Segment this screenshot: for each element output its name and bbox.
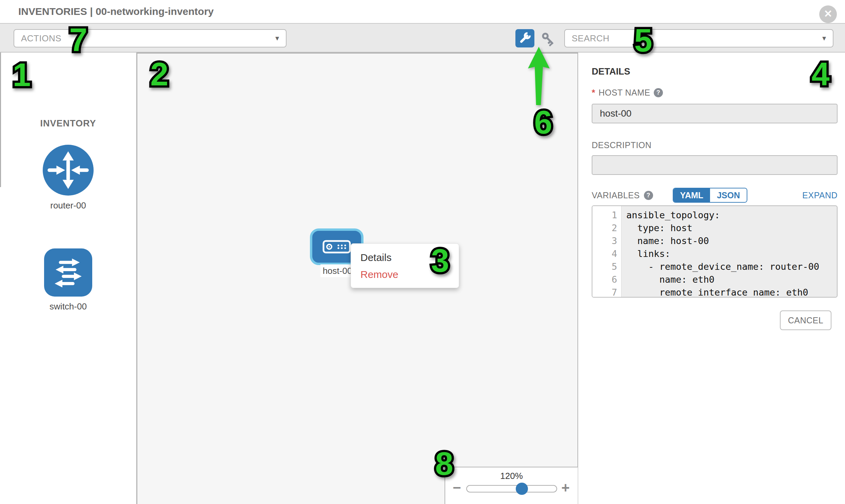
host-name-field[interactable] <box>592 104 838 123</box>
zoom-out-button[interactable]: − <box>453 480 461 496</box>
code-area: ansible_topology: type: host name: host-… <box>621 206 837 297</box>
key-icon <box>540 31 558 48</box>
close-icon[interactable]: ✕ <box>819 5 837 23</box>
code-line: links: <box>626 248 837 260</box>
page-title: INVENTORIES | 00-networking-inventory <box>18 0 214 23</box>
line-number: 3 <box>592 235 621 248</box>
toolbar: ACTIONS ▾ SEARCH ▾ <box>0 24 845 53</box>
line-number: 7 <box>592 286 621 298</box>
code-line: - remote_device_name: router-00 <box>626 260 837 273</box>
search-dropdown[interactable]: SEARCH ▾ <box>564 29 833 48</box>
host-name-label: HOST NAME <box>598 88 650 97</box>
line-number: 2 <box>592 222 621 235</box>
actions-dropdown-label: ACTIONS <box>21 33 61 44</box>
cancel-button[interactable]: CANCEL <box>780 310 831 330</box>
expand-link[interactable]: EXPAND <box>802 191 838 200</box>
zoom-in-button[interactable]: + <box>561 480 570 496</box>
node-context-menu: Details Remove <box>351 244 459 288</box>
description-field[interactable] <box>592 155 838 175</box>
description-label: DESCRIPTION <box>592 140 651 150</box>
search-dropdown-label: SEARCH <box>572 33 609 44</box>
variables-format-toggle: YAML JSON <box>673 188 748 203</box>
code-gutter: 1 2 3 4 5 6 7 <box>592 206 621 297</box>
details-heading: DETAILS <box>592 67 630 77</box>
line-number: 1 <box>592 209 621 222</box>
line-number: 6 <box>592 273 621 286</box>
chevron-down-icon: ▾ <box>822 34 826 43</box>
help-icon[interactable]: ? <box>654 88 663 97</box>
inventory-topology-screen: INVENTORIES | 00-networking-inventory ✕ … <box>0 0 845 504</box>
chevron-down-icon: ▾ <box>275 34 279 43</box>
sidebar-item-router-00[interactable]: router-00 <box>0 145 136 211</box>
variables-label: VARIABLES <box>592 191 640 200</box>
line-number: 5 <box>592 260 621 273</box>
inventory-sidebar: INVENTORY router-00 <box>0 53 136 504</box>
description-label-row: DESCRIPTION <box>592 140 651 150</box>
actions-dropdown[interactable]: ACTIONS ▾ <box>14 29 286 48</box>
host-name-label-row: * HOST NAME ? <box>592 87 663 98</box>
host-icon <box>322 240 351 253</box>
context-menu-item-remove[interactable]: Remove <box>351 266 459 283</box>
sidebar-item-switch-00[interactable]: switch-00 <box>0 249 136 312</box>
zoom-control: 120% − + <box>444 467 579 504</box>
code-line: name: host-00 <box>626 235 837 248</box>
code-line: type: host <box>626 222 837 235</box>
zoom-slider-thumb[interactable] <box>516 483 528 495</box>
topology-canvas[interactable]: host-00 Details Remove 120% − + <box>136 53 578 504</box>
variables-row: VARIABLES ? YAML JSON EXPAND <box>592 188 838 203</box>
zoom-slider[interactable] <box>466 485 557 492</box>
host-node-label: host-00 <box>320 264 354 277</box>
code-line: remote_interface_name: eth0 <box>626 286 837 298</box>
line-number: 4 <box>592 248 621 260</box>
panel-edge-divider <box>0 53 1 187</box>
tab-json[interactable]: JSON <box>710 188 747 202</box>
device-label: router-00 <box>0 200 136 211</box>
router-icon <box>43 145 93 196</box>
help-icon[interactable]: ? <box>644 191 653 200</box>
key-credentials-button[interactable] <box>540 31 558 48</box>
device-label: switch-00 <box>0 301 136 312</box>
wrench-icon <box>518 31 532 46</box>
zoom-level-value: 120% <box>445 471 578 481</box>
code-line: ansible_topology: <box>626 209 837 222</box>
tab-yaml[interactable]: YAML <box>673 188 710 202</box>
context-menu-item-details[interactable]: Details <box>351 249 459 266</box>
sidebar-heading: INVENTORY <box>0 118 136 129</box>
variables-code-editor[interactable]: 1 2 3 4 5 6 7 ansible_topology: type: ho… <box>592 205 838 298</box>
details-panel: DETAILS * HOST NAME ? DESCRIPTION VARIAB… <box>578 53 845 504</box>
switch-icon <box>44 249 92 296</box>
code-line: name: eth0 <box>626 273 837 286</box>
configure-topology-button[interactable] <box>515 29 534 48</box>
required-asterisk: * <box>592 87 595 98</box>
title-bar: INVENTORIES | 00-networking-inventory ✕ <box>0 0 845 24</box>
